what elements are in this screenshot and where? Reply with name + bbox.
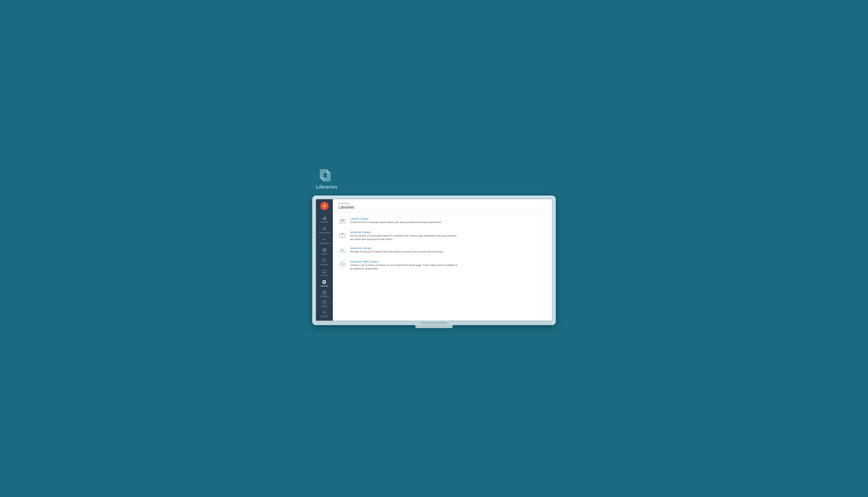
audience-info: Audience Library Manage the groups of ex…	[350, 246, 546, 254]
featured-video-info: Featured Video Library Choose a set of v…	[350, 260, 546, 271]
svg-point-20	[324, 311, 325, 312]
incentive-icon	[339, 231, 346, 239]
sidebar-item-curate[interactable]: Curate	[316, 246, 333, 257]
support-label: Support	[321, 305, 328, 307]
sidebar-item-campaigns[interactable]: Campaigns	[316, 236, 333, 246]
sidebar-item-communities[interactable]: Communities	[316, 225, 333, 236]
library-item-audience: Audience Library Manage the groups of ex…	[339, 246, 546, 255]
sidebar-item-products[interactable]: Products	[316, 257, 333, 268]
sidebar-item-support[interactable]: Support	[316, 299, 333, 309]
svg-rect-12	[325, 250, 326, 252]
svg-rect-11	[323, 250, 324, 252]
libraries-list: Lesson Library Create lessons to educate…	[333, 213, 552, 275]
featured-video-title[interactable]: Featured Video Library	[350, 260, 379, 263]
svg-rect-5	[325, 216, 326, 220]
support-icon	[322, 300, 327, 304]
svg-point-13	[323, 260, 324, 260]
laptop-stand	[312, 325, 556, 328]
incentive-info: Incentive Library Set up rewards to enco…	[350, 230, 546, 241]
communities-icon	[322, 227, 327, 231]
account-label: Account	[321, 315, 328, 317]
logo-bolt: ⚡	[322, 204, 327, 208]
configure-icon	[322, 290, 327, 295]
lesson-icon	[339, 217, 346, 225]
featured-video-icon	[339, 260, 346, 268]
libraries-icon	[319, 169, 334, 182]
svg-point-19	[323, 301, 326, 304]
featured-video-desc: Choose a set of videos to feature on you…	[350, 263, 459, 271]
svg-marker-27	[342, 263, 344, 265]
libraries-nav-label: Libraries	[321, 285, 328, 287]
top-label-text: Libraries	[316, 184, 337, 190]
svg-point-25	[343, 249, 344, 251]
svg-point-24	[341, 249, 342, 251]
campaigns-icon	[322, 238, 327, 242]
curate-label: Curate	[322, 253, 327, 255]
sidebar-bottom: Configure Support Account	[316, 289, 333, 321]
svg-rect-3	[323, 218, 324, 220]
content-label: Content	[321, 274, 328, 276]
sidebar-item-content[interactable]: Content	[316, 268, 333, 278]
svg-rect-14	[323, 270, 326, 272]
communities-label: Communities	[318, 231, 330, 234]
sidebar-logo: ⚡	[316, 199, 333, 213]
incentive-title[interactable]: Incentive Library	[350, 230, 371, 234]
main-content: ExpertVoice Libraries	[333, 199, 552, 321]
sidebar-item-configure[interactable]: Configure	[316, 289, 333, 299]
top-label-area: Libraries	[316, 169, 337, 190]
laptop-base	[316, 321, 552, 325]
logo-circle: ⚡	[320, 202, 329, 210]
audience-icon	[339, 247, 346, 255]
lesson-info: Lesson Library Create lessons to educate…	[350, 217, 546, 224]
curate-icon	[322, 248, 327, 252]
laptop-outer: ⚡ Analytics	[312, 196, 556, 325]
svg-point-7	[324, 228, 326, 229]
svg-rect-4	[324, 217, 325, 220]
audience-title[interactable]: Audience Library	[350, 246, 371, 250]
content-icon	[322, 269, 327, 274]
library-item-incentive: Incentive Library Set up rewards to enco…	[339, 230, 546, 241]
analytics-label: Analytics	[321, 221, 328, 223]
campaigns-label: Campaigns	[319, 242, 329, 244]
sidebar-item-libraries[interactable]: Libraries	[316, 278, 333, 289]
svg-point-18	[324, 292, 325, 293]
analytics-icon	[322, 216, 327, 220]
products-label: Products	[321, 264, 328, 266]
lesson-title[interactable]: Lesson Library	[350, 217, 368, 220]
laptop-notch	[421, 322, 447, 324]
svg-point-8	[323, 239, 324, 240]
libraries-nav-icon	[322, 280, 327, 284]
library-item-lesson: Lesson Library Create lessons to educate…	[339, 217, 546, 225]
account-icon	[322, 310, 327, 314]
sidebar: ⚡ Analytics	[316, 199, 333, 321]
page-wrapper: Libraries ⚡ Analytics	[312, 169, 556, 328]
library-item-featured-video: Featured Video Library Choose a set of v…	[339, 260, 546, 271]
configure-label: Configure	[320, 295, 329, 297]
breadcrumb: ExpertVoice	[339, 202, 546, 204]
products-icon	[322, 259, 327, 263]
page-header: ExpertVoice Libraries	[333, 199, 552, 213]
sidebar-nav: Analytics Communities Camp	[316, 213, 333, 289]
sidebar-item-account[interactable]: Account	[316, 309, 333, 319]
svg-rect-10	[325, 248, 326, 250]
svg-rect-9	[323, 248, 324, 250]
laptop-stand-inner	[415, 325, 453, 328]
audience-desc: Manage the groups of experts who will be…	[350, 250, 459, 254]
incentive-desc: Set up rewards to encourage experts to c…	[350, 234, 459, 241]
page-title: Libraries	[339, 205, 546, 210]
laptop-screen: ⚡ Analytics	[316, 199, 552, 321]
lesson-desc: Create lessons to educate experts about …	[350, 221, 459, 224]
sidebar-item-analytics[interactable]: Analytics	[316, 214, 333, 225]
